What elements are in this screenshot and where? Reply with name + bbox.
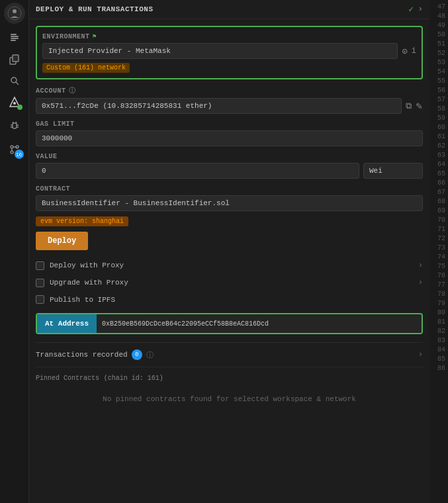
publish-to-ipfs-checkbox[interactable] — [36, 295, 44, 304]
panel-title: DEPLOY & RUN TRANSACTIONS — [36, 5, 154, 13]
svg-rect-2 — [11, 34, 17, 35]
deploy-with-proxy-item[interactable]: Deploy with Proxy › — [36, 257, 423, 274]
select-arrow-icon: ⊙ — [402, 46, 407, 57]
account-info-icon: ⓘ — [69, 86, 76, 95]
environment-section: ENVIRONMENT ⚑ Injected Provider - MetaMa… — [36, 26, 423, 79]
copy-address-button[interactable]: ⧉ — [406, 101, 412, 111]
sidebar-icon-copy[interactable] — [5, 50, 24, 69]
account-row: 0x571...f2cDe (10.83285714285831 ether) … — [36, 98, 423, 114]
svg-point-1 — [13, 9, 17, 13]
app-logo — [4, 3, 25, 24]
line-numbers: 4748495051525354555657585960616263646566… — [429, 0, 448, 503]
gas-limit-label: GAS LIMIT — [36, 120, 423, 128]
upgrade-with-proxy-checkbox[interactable] — [36, 279, 44, 287]
environment-info-icon[interactable]: i — [412, 46, 416, 56]
sidebar-icon-search[interactable] — [5, 71, 24, 90]
git-badge: 16 — [15, 150, 24, 159]
sidebar-icon-files[interactable] — [5, 29, 24, 48]
environment-select[interactable]: Injected Provider - MetaMask — [42, 43, 398, 59]
panel-header: DEPLOY & RUN TRANSACTIONS ✓ › — [29, 0, 429, 19]
edit-address-button[interactable]: ✎ — [416, 101, 423, 111]
account-label: ACCOUNT ⓘ — [36, 86, 423, 95]
unit-select[interactable]: Wei — [363, 163, 423, 179]
value-label: VALUE — [36, 153, 423, 160]
account-select[interactable]: 0x571...f2cDe (10.83285714285831 ether) — [36, 98, 402, 114]
svg-line-17 — [13, 122, 13, 123]
upgrade-with-proxy-label: Upgrade with Proxy — [50, 279, 128, 287]
evm-badge-container: evm version: shanghai — [36, 216, 423, 232]
at-address-section: At Address — [36, 313, 423, 334]
deploy-with-proxy-label: Deploy with Proxy — [50, 261, 124, 269]
transaction-count-badge: 0 — [132, 349, 142, 360]
pinned-contracts-section: Pinned Contracts (chain id: 161) No pinn… — [36, 367, 423, 411]
deploy-with-proxy-checkbox[interactable] — [36, 261, 44, 270]
svg-rect-12 — [13, 123, 17, 128]
transactions-row: Transactions recorded 0 ⓘ › — [36, 342, 423, 367]
svg-line-18 — [16, 122, 17, 123]
gas-limit-input[interactable] — [36, 130, 423, 146]
deploy-proxy-chevron-icon: › — [418, 261, 423, 270]
environment-select-row: Injected Provider - MetaMask ⊙ i — [42, 43, 416, 59]
chevron-right-icon[interactable]: › — [418, 4, 423, 15]
svg-line-9 — [16, 82, 19, 85]
environment-label: ENVIRONMENT ⚑ — [42, 32, 416, 40]
header-icons: ✓ › — [408, 4, 423, 15]
filter-icon: ⚑ — [93, 32, 97, 40]
sidebar: 16 — [0, 0, 29, 503]
transactions-label: Transactions recorded — [36, 351, 128, 359]
sidebar-icon-bug[interactable] — [5, 116, 24, 135]
svg-point-8 — [11, 77, 17, 83]
network-badge: Custom (161) network — [42, 63, 416, 73]
check-icon[interactable]: ✓ — [408, 4, 414, 15]
svg-point-11 — [13, 102, 16, 105]
svg-rect-7 — [13, 55, 19, 62]
upgrade-with-proxy-item[interactable]: Upgrade with Proxy › — [36, 274, 423, 291]
pinned-contracts-header: Pinned Contracts (chain id: 161) — [36, 374, 423, 382]
at-address-button[interactable]: At Address — [37, 314, 97, 333]
pinned-contracts-empty: No pinned contracts found for selected w… — [36, 387, 423, 411]
upgrade-proxy-chevron-icon: › — [418, 278, 423, 287]
sidebar-icon-git[interactable]: 16 — [5, 140, 24, 159]
svg-point-20 — [11, 151, 13, 154]
transactions-info-icon: ⓘ — [146, 350, 154, 360]
sidebar-icon-deploy[interactable] — [5, 93, 24, 111]
main-panel: DEPLOY & RUN TRANSACTIONS ✓ › ENVIRONMEN… — [29, 0, 429, 503]
transactions-chevron-icon[interactable]: › — [418, 350, 423, 359]
value-input[interactable] — [36, 163, 359, 179]
publish-to-ipfs-label: Publish to IPFS — [50, 296, 115, 304]
publish-to-ipfs-item[interactable]: Publish to IPFS — [36, 291, 423, 308]
svg-rect-5 — [11, 40, 16, 41]
contract-select[interactable]: BusinessIdentifier - BusinessIdentifier.… — [36, 195, 423, 211]
at-address-input[interactable] — [97, 315, 422, 333]
value-row: Wei — [36, 163, 423, 179]
svg-point-19 — [11, 146, 13, 148]
svg-rect-4 — [11, 38, 19, 39]
contract-label: CONTRACT — [36, 185, 423, 193]
svg-rect-3 — [11, 36, 19, 37]
deploy-button[interactable]: Deploy — [36, 232, 88, 250]
content-area: ENVIRONMENT ⚑ Injected Provider - MetaMa… — [29, 19, 429, 503]
